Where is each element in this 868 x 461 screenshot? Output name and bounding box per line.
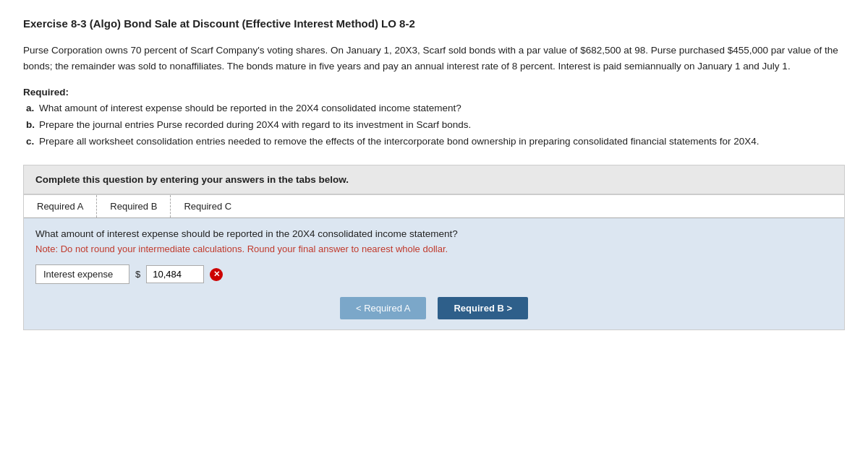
complete-box: Complete this question by entering your … [23, 165, 845, 194]
tab-question: What amount of interest expense should b… [35, 228, 833, 239]
dollar-sign: $ [135, 269, 140, 280]
tabs-row: Required A Required B Required C [24, 195, 844, 218]
page-title: Exercise 8-3 (Algo) Bond Sale at Discoun… [23, 17, 845, 30]
required-label: Required: [23, 87, 845, 98]
clear-button[interactable]: ✕ [210, 268, 223, 281]
tab-required-a[interactable]: Required A [24, 195, 97, 217]
answer-row: Interest expense $ ✕ [35, 264, 833, 284]
tab-note: Note: Do not round your intermediate cal… [35, 244, 833, 254]
interest-expense-input[interactable] [146, 265, 204, 283]
tab-content-area: What amount of interest expense should b… [24, 218, 844, 329]
next-button[interactable]: Required B > [438, 297, 528, 319]
interest-expense-label: Interest expense [35, 264, 129, 284]
nav-buttons: < Required A Required B > [35, 297, 833, 319]
required-item-a: a. What amount of interest expense shoul… [26, 100, 845, 117]
tab-required-c[interactable]: Required C [171, 195, 244, 217]
tab-required-b[interactable]: Required B [97, 195, 171, 217]
required-item-c: c. Prepare all worksheet consolidation e… [26, 134, 845, 150]
prev-button[interactable]: < Required A [340, 297, 427, 319]
required-item-b: b. Prepare the journal entries Purse rec… [26, 117, 845, 134]
intro-text: Purse Corporation owns 70 percent of Sca… [23, 43, 845, 74]
